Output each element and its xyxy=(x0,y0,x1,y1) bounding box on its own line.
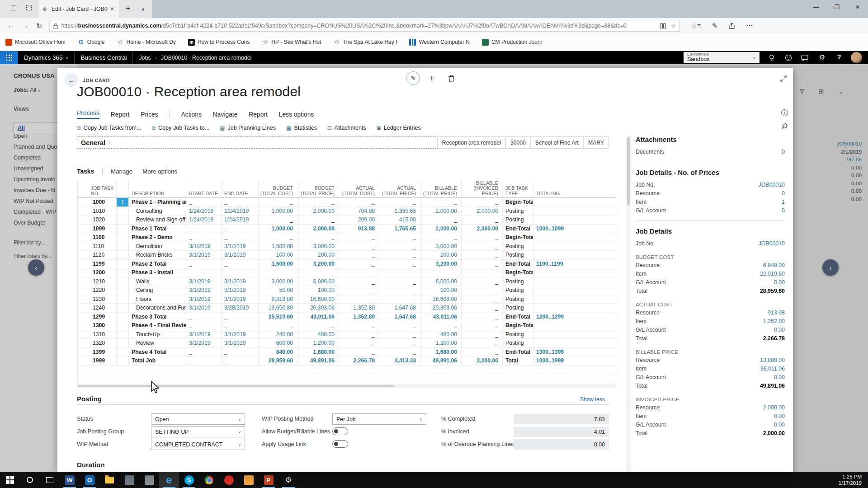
window-close-button[interactable]: ✕ xyxy=(847,0,868,14)
tab-close-icon[interactable]: ✕ xyxy=(110,6,114,12)
next-record-button[interactable]: › xyxy=(822,259,839,276)
start-date-cell[interactable]: _ xyxy=(186,268,222,277)
table-row[interactable]: 1240Decorations and Furnishin3/1/20193/2… xyxy=(77,304,616,313)
refresh-button[interactable]: ↻ xyxy=(36,22,42,30)
amount-cell[interactable]: _ xyxy=(379,198,420,206)
amount-cell[interactable]: 1,000.00 xyxy=(259,207,297,216)
job-task-type-cell[interactable]: End-Total xyxy=(503,313,533,321)
column-header[interactable] xyxy=(117,181,129,197)
table-row[interactable]: 1099Phase 1 Total__1,000.002,000.00913.9… xyxy=(77,225,616,234)
start-date-cell[interactable]: _ xyxy=(186,225,222,233)
description-cell[interactable]: Phase 4 - Final Review xyxy=(129,321,186,330)
factbox-value[interactable]: 2,000.00 xyxy=(763,404,785,412)
more-options-icon[interactable]: ⋯ xyxy=(746,22,753,30)
column-header[interactable]: TOTALING xyxy=(533,181,616,197)
amount-cell[interactable]: _ xyxy=(339,268,379,277)
new-record-icon[interactable]: + xyxy=(429,73,434,84)
start-date-cell[interactable]: _ xyxy=(186,260,222,268)
amount-cell[interactable]: _ xyxy=(462,268,503,277)
posting-section-title[interactable]: Posting xyxy=(77,395,102,403)
amount-cell[interactable]: 2,000.00 xyxy=(420,207,462,216)
end-date-cell[interactable]: 3/1/2019 xyxy=(222,242,259,251)
description-cell[interactable]: Phase 1 - Planning and Sp xyxy=(129,198,186,206)
description-cell[interactable]: Reclaim Bricks xyxy=(129,251,186,259)
factbox-value[interactable]: JOB00010 xyxy=(758,181,785,189)
job-task-no-cell[interactable]: 1230 xyxy=(88,295,117,304)
start-date-cell[interactable]: 3/1/2019 xyxy=(186,339,222,347)
wip-posting-method-select[interactable]: Per Job∨ xyxy=(332,413,426,425)
row-selector-cell[interactable] xyxy=(77,321,88,330)
start-date-cell[interactable]: _ xyxy=(186,348,222,357)
amount-cell[interactable]: _ xyxy=(339,277,379,286)
amount-cell[interactable]: _ xyxy=(339,286,379,295)
row-selector-cell[interactable] xyxy=(77,207,88,216)
start-date-cell[interactable]: _ xyxy=(186,198,222,206)
menu-item-prices[interactable]: Prices xyxy=(141,111,158,118)
menu-item-report[interactable]: Report xyxy=(111,111,129,118)
amount-cell[interactable]: _ xyxy=(420,216,462,224)
amount-cell[interactable]: _ xyxy=(297,216,339,224)
row-options-cell[interactable] xyxy=(117,251,129,259)
action-copy-job-tasks-to-[interactable]: ⧉Copy Job Tasks to... xyxy=(151,125,209,131)
factbox-value[interactable]: JOB00010 xyxy=(758,239,785,248)
back-button-circle[interactable]: ← xyxy=(65,73,78,87)
amount-cell[interactable]: 1,000.00 xyxy=(259,225,297,233)
app-icon-12[interactable] xyxy=(219,472,239,488)
factbox-value[interactable]: 1,352.80 xyxy=(763,317,785,326)
start-date-cell[interactable]: 3/1/2019 xyxy=(186,251,222,259)
description-cell[interactable]: Consulting xyxy=(129,207,186,216)
description-cell[interactable]: Phase 3 Total xyxy=(129,313,186,321)
row-selector-cell[interactable] xyxy=(77,216,88,224)
outlook-icon[interactable]: O xyxy=(80,472,99,488)
table-row[interactable]: 1020Review and Sign-off1/24/20191/24/201… xyxy=(77,216,616,225)
row-selector-cell[interactable] xyxy=(77,313,88,321)
row-selector-cell[interactable] xyxy=(77,233,88,242)
amount-cell[interactable]: 240.00 xyxy=(259,330,297,339)
start-date-cell[interactable]: 3/1/2019 xyxy=(186,304,222,312)
amount-cell[interactable]: _ xyxy=(379,339,420,347)
column-header[interactable]: ACTUAL(TOTAL PRICE) xyxy=(379,181,420,197)
amount-cell[interactable]: _ xyxy=(379,286,420,295)
menu-item-actions[interactable]: Actions xyxy=(181,111,202,118)
file-explorer-icon[interactable] xyxy=(99,472,119,488)
amount-cell[interactable]: _ xyxy=(339,260,379,268)
content-vertical-scrollbar[interactable] xyxy=(626,136,631,472)
app-icon-7[interactable] xyxy=(119,472,139,488)
amount-cell[interactable]: _ xyxy=(462,216,503,224)
amount-cell[interactable]: 3,413.33 xyxy=(379,357,420,365)
bookmark-item[interactable]: mHow to Process Cons xyxy=(188,39,250,46)
amount-cell[interactable]: _ xyxy=(339,339,379,347)
dynamics365-label[interactable]: Dynamics 365 xyxy=(24,54,63,61)
job-task-no-cell[interactable]: 1240 xyxy=(88,304,117,312)
start-button[interactable] xyxy=(0,472,20,488)
start-date-cell[interactable]: _ xyxy=(186,313,222,321)
row-options-cell[interactable] xyxy=(117,216,129,224)
description-cell[interactable]: Phase 3 - Install xyxy=(129,268,186,277)
settings-icon[interactable]: ⚙ xyxy=(278,472,298,488)
totaling-cell[interactable] xyxy=(533,216,616,224)
amount-cell[interactable]: 1,200.00 xyxy=(420,339,462,347)
end-date-cell[interactable]: 1/24/2019 xyxy=(222,216,259,224)
job-task-type-cell[interactable]: Posting xyxy=(503,330,533,339)
action-copy-job-tasks-from-[interactable]: ⧉Copy Job Tasks from... xyxy=(77,125,141,131)
row-selector-cell[interactable] xyxy=(77,268,88,277)
more-options-menu[interactable]: More options xyxy=(142,168,177,175)
bookmark-item[interactable]: Western Computer N xyxy=(409,39,469,46)
job-task-type-cell[interactable]: Posting xyxy=(503,242,533,251)
amount-cell[interactable]: 209.00 xyxy=(339,216,379,224)
amount-cell[interactable]: _ xyxy=(379,321,420,330)
amount-cell[interactable]: _ xyxy=(259,198,297,206)
factbox-value[interactable]: 13,880.00 xyxy=(760,356,785,365)
action-ledger-entries[interactable]: ≣Ledger Entries xyxy=(377,125,421,131)
amount-cell[interactable]: 1,600.00 xyxy=(259,260,297,268)
job-task-type-cell[interactable]: Posting xyxy=(503,304,533,312)
amount-cell[interactable]: _ xyxy=(462,339,503,347)
tab-preview-chevron-icon[interactable]: ∨ xyxy=(141,6,145,12)
amount-cell[interactable]: 28,959.60 xyxy=(259,357,297,365)
end-date-cell[interactable]: _ xyxy=(222,348,259,357)
bookmark-item[interactable]: ☆Home - Microsoft Dy xyxy=(117,39,176,46)
job-task-type-cell[interactable]: Total xyxy=(503,357,533,365)
column-header[interactable]: BILLABLE(INVOICEDPRICE) xyxy=(462,181,503,197)
amount-cell[interactable]: _ xyxy=(297,268,339,277)
totaling-cell[interactable] xyxy=(533,277,616,286)
